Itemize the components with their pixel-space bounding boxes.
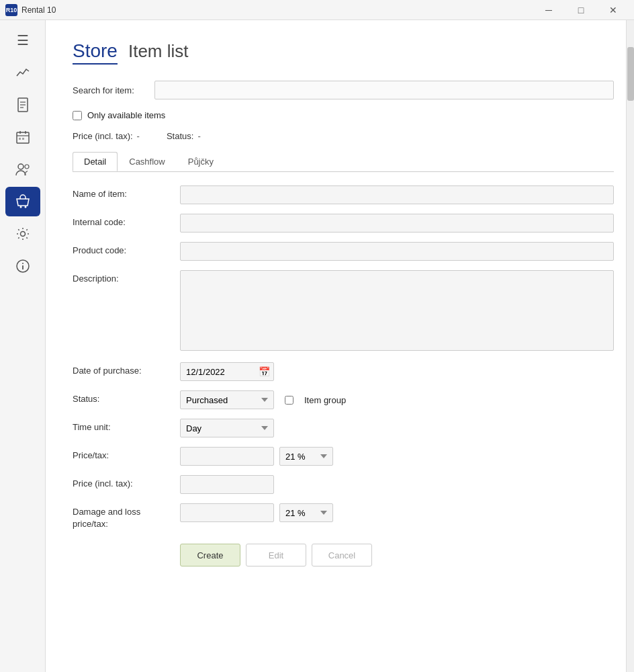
product-code-input[interactable] [180,242,614,261]
price-tax-label: Price/tax: [73,447,180,460]
status-value-top: - [197,131,200,141]
status-select[interactable]: Purchased Available Rented Damaged Retir… [180,390,274,409]
description-label: Description: [73,270,180,284]
sidebar-item-users[interactable] [5,155,40,184]
tab-detail[interactable]: Detail [73,152,118,171]
price-tax-content: 21 % 15 % 10 % 0 % [180,447,614,466]
status-control: Purchased Available Rented Damaged Retir… [180,390,614,409]
description-row: Description: [73,270,614,353]
internal-code-row: Internal code: [73,214,614,233]
svg-rect-9 [22,138,24,140]
sidebar-item-menu[interactable]: ☰ [5,26,40,55]
date-purchase-control: 📅 [180,362,614,381]
status-label-top: Status: [167,131,193,141]
internal-code-input[interactable] [180,214,614,233]
date-input-wrapper: 📅 [180,362,274,381]
app-title: Rental 10 [21,5,56,15]
main-content: Store Item list Search for item: Only av… [46,20,634,672]
name-control [180,185,614,204]
tabs-bar: Detail Cashflow Půjčky [73,152,614,172]
description-control [180,270,614,353]
price-incl-tax-label: Price (incl. tax): [73,131,133,141]
product-code-label: Product code: [73,242,180,255]
app-logo: R10 [5,4,17,16]
sidebar-item-dashboard[interactable] [5,58,40,87]
price-info: Price (incl. tax): - [73,131,140,141]
only-available-checkbox[interactable] [73,111,82,120]
price-tax-control: 21 % 15 % 10 % 0 % [180,447,614,466]
titlebar-controls: ─ □ ✕ [533,0,629,20]
internal-code-control [180,214,614,233]
price-tax-input[interactable] [180,447,274,466]
available-filter-row: Only available items [73,110,614,120]
svg-point-17 [22,263,24,264]
maximize-button[interactable]: □ [565,0,596,20]
search-row: Search for item: [73,81,614,99]
status-row: Status: Purchased Available Rented Damag… [73,390,614,409]
price-incl-tax-control [180,475,614,494]
sidebar-item-store[interactable] [5,187,40,216]
price-tax-row: Price/tax: 21 % 15 % 10 % 0 % [73,447,614,466]
svg-point-10 [18,164,24,169]
scrollbar-thumb[interactable] [627,47,634,101]
damage-loss-content: 21 % 15 % 10 % 0 % [180,503,614,522]
only-available-label: Only available items [87,110,165,120]
name-row: Name of item: [73,185,614,204]
time-unit-select[interactable]: Day Hour Week Month [180,419,274,437]
tab-cashflow[interactable]: Cashflow [118,152,176,171]
status-field-label: Status: [73,390,180,404]
sidebar-item-info[interactable] [5,251,40,281]
product-code-row: Product code: [73,242,614,261]
name-label: Name of item: [73,185,180,199]
price-tax-select[interactable]: 21 % 15 % 10 % 0 % [279,447,333,466]
action-buttons: Create Edit Cancel [180,544,614,566]
status-row-content: Purchased Available Rented Damaged Retir… [180,390,614,409]
sidebar-item-settings[interactable] [5,219,40,249]
price-incl-tax-form-label: Price (incl. tax): [73,475,180,489]
store-link[interactable]: Store [73,40,118,65]
damage-loss-label: Damage and lossprice/tax: [73,503,180,530]
name-input[interactable] [180,185,614,204]
detail-form: Name of item: Internal code: Product cod… [73,172,614,566]
damage-loss-tax-select[interactable]: 21 % 15 % 10 % 0 % [279,503,333,522]
search-label: Search for item: [73,85,146,95]
scrollbar[interactable] [626,20,634,672]
date-purchase-input[interactable] [180,362,274,381]
date-purchase-row: Date of purchase: 📅 [73,362,614,381]
create-button[interactable]: Create [180,544,240,566]
sidebar: ☰ [0,20,46,672]
sidebar-item-calendar[interactable] [5,122,40,152]
internal-code-label: Internal code: [73,214,180,227]
search-input[interactable] [154,81,614,99]
edit-button[interactable]: Edit [246,544,306,566]
item-group-label: Item group [304,395,346,405]
time-unit-row: Time unit: Day Hour Week Month [73,419,614,437]
price-incl-tax-row: Price (incl. tax): [73,475,614,494]
svg-point-11 [25,165,29,169]
status-info: Status: - [167,131,201,141]
svg-point-13 [24,206,26,208]
sidebar-item-documents[interactable] [5,90,40,120]
damage-loss-control: 21 % 15 % 10 % 0 % [180,503,614,522]
info-bar: Price (incl. tax): - Status: - [73,131,614,141]
time-unit-label: Time unit: [73,419,180,432]
svg-point-14 [20,232,25,237]
product-code-control [180,242,614,261]
date-purchase-label: Date of purchase: [73,362,180,376]
price-incl-tax-input[interactable] [180,475,274,494]
cancel-button[interactable]: Cancel [312,544,372,566]
page-title: Item list [128,41,189,62]
price-incl-tax-value: - [137,131,140,141]
damage-loss-input[interactable] [180,503,274,522]
tab-pujcky[interactable]: Půjčky [177,152,225,171]
item-group-checkbox[interactable] [285,396,293,405]
minimize-button[interactable]: ─ [533,0,564,20]
titlebar: R10 Rental 10 ─ □ ✕ [0,0,634,20]
time-unit-control: Day Hour Week Month [180,419,614,437]
description-textarea[interactable] [180,270,614,351]
page-header: Store Item list [73,40,614,65]
titlebar-left: R10 Rental 10 [5,4,56,16]
close-button[interactable]: ✕ [598,0,629,20]
svg-point-12 [19,206,21,208]
damage-loss-row: Damage and lossprice/tax: 21 % 15 % 10 %… [73,503,614,530]
